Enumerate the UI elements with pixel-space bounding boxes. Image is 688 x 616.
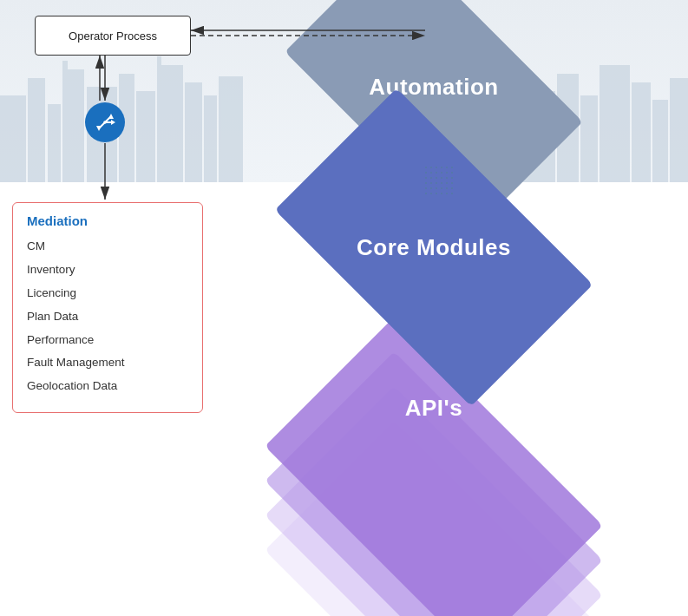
svg-rect-1: [28, 78, 45, 182]
svg-marker-24: [96, 126, 102, 131]
dot-pattern: [423, 165, 455, 196]
svg-rect-2: [48, 104, 61, 182]
arrows-icon: [94, 111, 116, 134]
svg-marker-26: [111, 120, 115, 125]
api-label: API's: [200, 395, 668, 422]
svg-marker-22: [108, 114, 114, 119]
core-label: Core Modules: [357, 234, 511, 261]
svg-rect-10: [185, 82, 202, 182]
svg-rect-19: [670, 78, 688, 182]
mediation-item-inventory: Inventory: [27, 259, 188, 282]
operator-process-box: Operator Process: [35, 16, 191, 56]
svg-rect-8: [157, 65, 183, 182]
svg-rect-18: [652, 100, 668, 182]
operator-label: Operator Process: [69, 29, 157, 43]
svg-rect-11: [204, 95, 217, 182]
mediation-item-licencing: Licencing: [27, 282, 188, 305]
mediation-item-performance: Performance: [27, 329, 188, 352]
svg-rect-3: [62, 69, 84, 182]
diagram-container: Automation Core Modules API's Operator P…: [0, 0, 688, 616]
mediation-item-plandata: Plan Data: [27, 305, 188, 329]
svg-rect-0: [0, 95, 26, 182]
mediation-item-cm: CM: [27, 235, 188, 259]
icon-circle: [85, 102, 125, 142]
svg-rect-4: [62, 61, 68, 78]
mediation-title: Mediation: [27, 213, 188, 228]
mediation-item-fault: Fault Management: [27, 351, 188, 375]
svg-rect-17: [632, 82, 651, 182]
svg-rect-9: [157, 56, 161, 69]
svg-rect-7: [136, 91, 155, 182]
mediation-panel: Mediation CM Inventory Licencing Plan Da…: [12, 202, 203, 413]
mediation-item-geolocation: Geolocation Data: [27, 375, 188, 398]
